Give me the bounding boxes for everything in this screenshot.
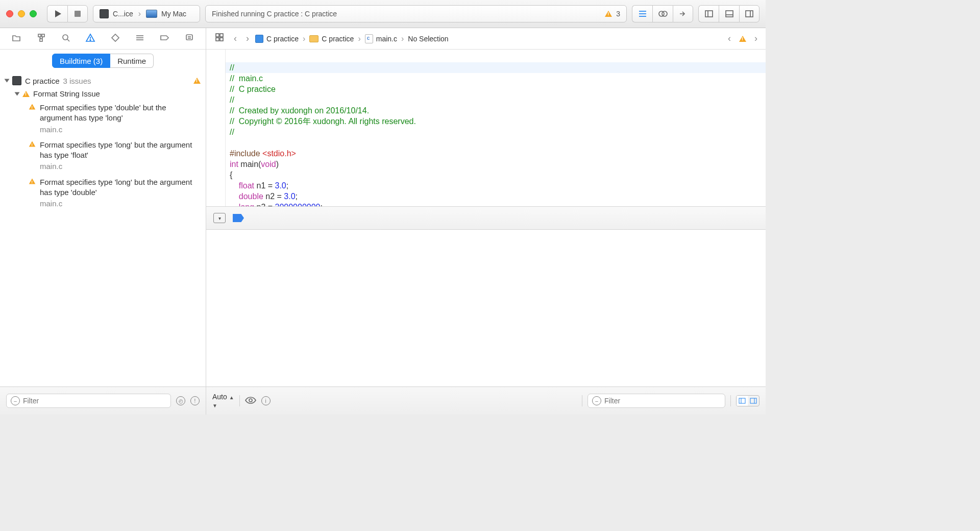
info-icon[interactable]: i bbox=[261, 396, 271, 405]
standard-editor-button[interactable] bbox=[632, 5, 652, 22]
test-navigator-tab[interactable] bbox=[110, 33, 120, 44]
crumb-folder[interactable]: C practice bbox=[309, 35, 354, 43]
assistant-editor-button[interactable] bbox=[652, 5, 673, 22]
svg-rect-35 bbox=[739, 398, 745, 403]
version-editor-button[interactable] bbox=[673, 5, 693, 22]
history-forward-button[interactable]: › bbox=[243, 33, 252, 44]
scheme-icon bbox=[100, 9, 109, 18]
buildtime-tab[interactable]: Buildtime (3) bbox=[52, 54, 110, 68]
warning-icon bbox=[29, 104, 36, 110]
minimize-window-button[interactable] bbox=[18, 10, 25, 17]
crumb-selection[interactable]: No Selection bbox=[408, 35, 448, 43]
editor-path-bar: ‹ › C practice › C practice › main.c › N… bbox=[206, 28, 766, 50]
recent-filter-icon[interactable]: ◴ bbox=[176, 396, 185, 405]
svg-point-18 bbox=[63, 35, 68, 40]
issue-group-label: Format String Issue bbox=[33, 89, 100, 98]
navigator-sidebar: Buildtime (3) Runtime C practice 3 issue… bbox=[0, 28, 206, 387]
issue-file: main.c bbox=[40, 125, 201, 135]
issue-text: Format specifies type 'long' but the arg… bbox=[40, 140, 201, 161]
issue-item[interactable]: Format specifies type 'long' but the arg… bbox=[0, 175, 206, 212]
debug-console[interactable] bbox=[206, 230, 766, 387]
svg-rect-9 bbox=[726, 11, 733, 17]
close-window-button[interactable] bbox=[6, 10, 13, 17]
toggle-right-panel-button[interactable] bbox=[739, 5, 760, 22]
warning-icon bbox=[605, 11, 612, 17]
debug-view-toggle[interactable]: ▾ bbox=[213, 213, 226, 223]
run-button[interactable] bbox=[47, 5, 67, 22]
chevron-right-icon: › bbox=[137, 9, 142, 18]
main-area: Buildtime (3) Runtime C practice 3 issue… bbox=[0, 28, 766, 387]
project-name: C practice bbox=[25, 77, 60, 85]
toolbar-right bbox=[632, 5, 760, 22]
svg-rect-7 bbox=[705, 11, 713, 17]
svg-rect-33 bbox=[220, 38, 223, 41]
toggle-left-panel-button[interactable] bbox=[698, 5, 719, 22]
filter-scope-icon[interactable]: – bbox=[592, 396, 601, 405]
disclosure-triangle-icon[interactable] bbox=[15, 92, 20, 95]
console-filter-input[interactable] bbox=[604, 397, 721, 405]
svg-rect-15 bbox=[40, 39, 42, 41]
navigator-tabs bbox=[0, 28, 206, 50]
folder-icon bbox=[309, 35, 318, 42]
auto-scope-button[interactable]: Auto ▲▼ bbox=[212, 393, 234, 409]
svg-point-22 bbox=[90, 40, 91, 41]
breakpoint-navigator-tab[interactable] bbox=[159, 33, 169, 44]
related-items-button[interactable] bbox=[211, 32, 228, 45]
crumb-file[interactable]: main.c bbox=[365, 34, 397, 43]
window-toolbar: C...ice › My Mac Finished running C prac… bbox=[0, 0, 766, 28]
navigator-filter[interactable]: – bbox=[6, 394, 171, 408]
console-filter[interactable]: – bbox=[587, 394, 725, 408]
issue-item[interactable]: Format specifies type 'double' but the a… bbox=[0, 100, 206, 137]
toggle-bottom-panel-button[interactable] bbox=[719, 5, 739, 22]
bottom-bar: – ◴ ! Auto ▲▼ i – bbox=[0, 387, 766, 415]
debug-bottom: Auto ▲▼ i – bbox=[206, 387, 766, 415]
disclosure-triangle-icon[interactable] bbox=[5, 79, 10, 83]
scheme-selector[interactable]: C...ice › My Mac bbox=[93, 5, 200, 22]
filter-scope-icon[interactable]: – bbox=[11, 396, 20, 405]
console-pane-toggle[interactable] bbox=[748, 396, 759, 406]
filter-input[interactable] bbox=[23, 397, 166, 405]
issue-text: Format specifies type 'long' but the arg… bbox=[40, 177, 201, 198]
editor-header-right: ‹ › bbox=[725, 33, 761, 44]
destination-icon bbox=[146, 10, 157, 18]
issue-file: main.c bbox=[40, 199, 201, 209]
chevron-right-icon: › bbox=[400, 34, 405, 43]
svg-line-19 bbox=[67, 39, 69, 41]
separator bbox=[582, 395, 582, 406]
scm-filter-icon[interactable]: ! bbox=[190, 396, 200, 405]
source-control-navigator-tab[interactable] bbox=[36, 33, 46, 44]
runtime-tab[interactable]: Runtime bbox=[110, 54, 154, 68]
window-traffic-lights bbox=[6, 10, 37, 17]
quicklook-icon[interactable] bbox=[245, 395, 256, 407]
report-navigator-tab[interactable] bbox=[184, 33, 194, 44]
issue-item[interactable]: Format specifies type 'long' but the arg… bbox=[0, 137, 206, 175]
scheme-name: C...ice bbox=[113, 10, 133, 18]
editor-gutter[interactable] bbox=[206, 50, 226, 206]
next-issue-button[interactable]: › bbox=[751, 33, 761, 44]
debug-navigator-tab[interactable] bbox=[135, 33, 145, 44]
zoom-window-button[interactable] bbox=[30, 10, 37, 17]
separator bbox=[730, 395, 731, 406]
issue-navigator-tab[interactable] bbox=[85, 33, 95, 44]
find-navigator-tab[interactable] bbox=[61, 33, 71, 44]
project-issue-count: 3 issues bbox=[63, 77, 91, 85]
source-editor[interactable]: //// main.c // C practice // // Created … bbox=[206, 50, 766, 206]
issue-project-row[interactable]: C practice 3 issues bbox=[0, 74, 206, 87]
activity-status[interactable]: Finished running C practice : C practice… bbox=[205, 5, 627, 22]
source-code[interactable]: //// main.c // C practice // // Created … bbox=[206, 50, 766, 206]
status-text: Finished running C practice : C practice bbox=[212, 10, 337, 18]
debug-pane-toggle bbox=[736, 395, 760, 406]
issue-file: main.c bbox=[40, 161, 201, 172]
project-navigator-tab[interactable] bbox=[11, 33, 21, 44]
issue-group-row[interactable]: Format String Issue bbox=[0, 87, 206, 100]
prev-issue-button[interactable]: ‹ bbox=[725, 33, 734, 44]
warning-icon bbox=[29, 141, 36, 147]
stop-button[interactable] bbox=[67, 5, 88, 22]
debug-bar: ▾ bbox=[206, 206, 766, 230]
crumb-project[interactable]: C practice bbox=[255, 35, 299, 43]
svg-marker-0 bbox=[55, 10, 61, 17]
variables-pane-toggle[interactable] bbox=[737, 396, 748, 406]
svg-rect-27 bbox=[186, 35, 192, 40]
history-back-button[interactable]: ‹ bbox=[231, 33, 240, 44]
breakpoint-toggle-icon[interactable] bbox=[233, 214, 244, 222]
